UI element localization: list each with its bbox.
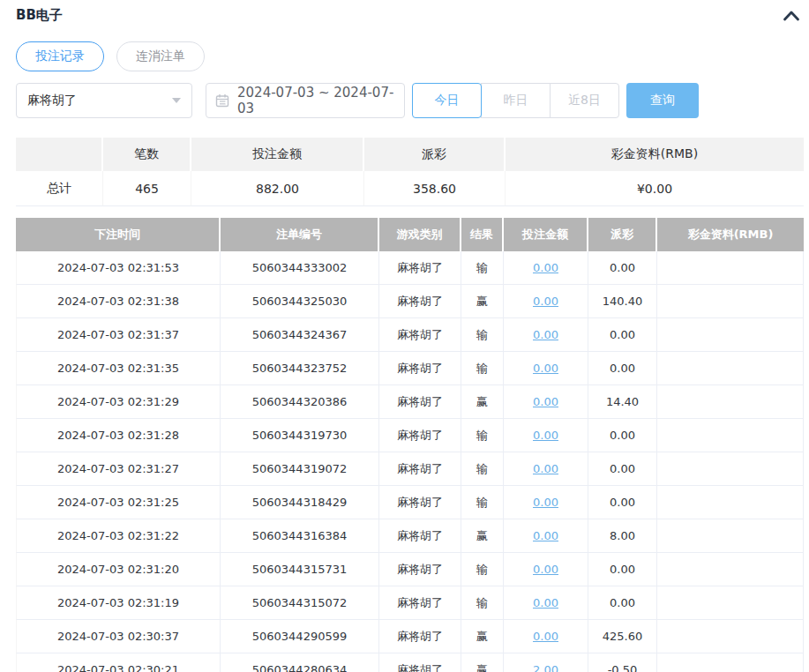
bonus-cell — [657, 486, 804, 519]
bet-time-cell: 2024-07-03 02:31:37 — [16, 318, 221, 352]
order-number-cell: 5060344333002 — [221, 251, 379, 285]
game-type-cell: 麻将胡了 — [379, 486, 461, 519]
result-cell: 输 — [461, 251, 504, 285]
game-type-cell: 麻将胡了 — [379, 318, 461, 352]
bet-amount-link[interactable]: 0.00 — [533, 563, 558, 576]
bet-time-cell: 2024-07-03 02:31:19 — [16, 586, 221, 620]
bet-time-cell: 2024-07-03 02:31:53 — [16, 251, 221, 285]
summary-total-payout: 358.60 — [364, 171, 506, 206]
order-number-cell: 5060344323752 — [221, 352, 379, 385]
result-cell: 输 — [461, 352, 504, 385]
date-range-value: 2024-07-03 ~ 2024-07-03 — [237, 85, 395, 116]
result-cell: 赢 — [461, 385, 504, 419]
bet-amount-cell: 0.00 — [504, 318, 588, 352]
bet-time-cell: 2024-07-03 02:31:28 — [16, 419, 221, 452]
table-row: 2024-07-03 02:31:19 5060344315072 麻将胡了 输… — [16, 586, 804, 620]
bonus-cell — [657, 419, 804, 452]
bet-amount-link[interactable]: 0.00 — [533, 261, 558, 274]
table-row: 2024-07-03 02:30:21 5060344280634 麻将胡了 赢… — [16, 653, 804, 672]
payout-cell: 0.00 — [588, 251, 657, 285]
bonus-cell — [657, 251, 804, 285]
summary-header-bet-amount: 投注金额 — [191, 138, 364, 171]
payout-cell: 140.40 — [588, 285, 657, 318]
summary-table: 笔数 投注金额 派彩 彩金资料(RMB) 总计 465 882.00 358.6… — [16, 138, 804, 206]
date-range-input[interactable]: 2024-07-03 ~ 2024-07-03 — [206, 83, 405, 118]
table-row: 2024-07-03 02:31:22 5060344316384 麻将胡了 赢… — [16, 519, 804, 553]
bet-amount-link[interactable]: 0.00 — [533, 395, 558, 408]
bet-amount-link[interactable]: 0.00 — [533, 328, 558, 341]
result-cell: 赢 — [461, 519, 504, 553]
tab-bar: 投注记录 连消注单 — [16, 41, 804, 71]
tab-cancelled-orders[interactable]: 连消注单 — [116, 41, 205, 71]
chevron-up-icon[interactable] — [783, 10, 800, 21]
game-select[interactable]: 麻将胡了 — [16, 83, 192, 118]
summary-header-count: 笔数 — [103, 138, 191, 171]
result-cell: 输 — [461, 486, 504, 519]
order-number-cell: 5060344290599 — [221, 620, 379, 653]
bonus-cell — [657, 352, 804, 385]
payout-cell: 0.00 — [588, 318, 657, 352]
bet-amount-link[interactable]: 0.00 — [533, 630, 558, 643]
bet-table-body: 2024-07-03 02:31:53 5060344333002 麻将胡了 输… — [16, 251, 804, 672]
result-cell: 赢 — [461, 285, 504, 318]
bet-amount-link[interactable]: 0.00 — [533, 496, 558, 509]
result-cell: 输 — [461, 318, 504, 352]
bet-records-panel: BB电子 投注记录 连消注单 麻将胡了 2024-07-0 — [0, 0, 809, 672]
bet-time-cell: 2024-07-03 02:31:20 — [16, 553, 221, 586]
summary-total-label: 总计 — [16, 171, 103, 206]
bonus-cell — [657, 385, 804, 419]
payout-cell: 0.00 — [588, 486, 657, 519]
bet-amount-cell: 0.00 — [504, 452, 588, 486]
search-button[interactable]: 查询 — [626, 83, 699, 118]
header-bet-time: 下注时间 — [16, 218, 221, 251]
header-bet-amount: 投注金额 — [504, 218, 588, 251]
header-payout: 派彩 — [588, 218, 657, 251]
summary-total-bet-amount: 882.00 — [191, 171, 364, 206]
bet-time-cell: 2024-07-03 02:31:38 — [16, 285, 221, 318]
summary-header-blank — [16, 138, 103, 171]
header-bonus: 彩金资料(RMB) — [657, 218, 804, 251]
tab-bet-records[interactable]: 投注记录 — [16, 41, 104, 71]
summary-total-bonus: ¥0.00 — [506, 171, 804, 206]
game-type-cell: 麻将胡了 — [379, 653, 461, 672]
order-number-cell: 5060344324367 — [221, 318, 379, 352]
game-type-cell: 麻将胡了 — [379, 620, 461, 653]
bet-time-cell: 2024-07-03 02:30:21 — [16, 653, 221, 672]
bet-table: 下注时间 注单编号 游戏类别 结果 投注金额 派彩 彩金资料(RMB) 2024… — [16, 218, 804, 672]
bet-amount-link[interactable]: 0.00 — [533, 596, 558, 609]
order-number-cell: 5060344319072 — [221, 452, 379, 486]
quick-range-yesterday[interactable]: 昨日 — [481, 83, 551, 118]
payout-cell: 8.00 — [588, 519, 657, 553]
order-number-cell: 5060344319730 — [221, 419, 379, 452]
bet-amount-link[interactable]: 0.00 — [533, 295, 558, 308]
order-number-cell: 5060344318429 — [221, 486, 379, 519]
game-type-cell: 麻将胡了 — [379, 285, 461, 318]
game-type-cell: 麻将胡了 — [379, 419, 461, 452]
bet-amount-cell: 0.00 — [504, 352, 588, 385]
bet-amount-cell: 0.00 — [504, 419, 588, 452]
bet-amount-link[interactable]: 0.00 — [533, 529, 558, 542]
bet-amount-link[interactable]: 0.00 — [533, 429, 558, 442]
quick-range-today[interactable]: 今日 — [412, 83, 482, 118]
bet-amount-link[interactable]: 0.00 — [533, 362, 558, 375]
bet-amount-cell: 0.00 — [504, 519, 588, 553]
payout-cell: 14.40 — [588, 385, 657, 419]
bet-amount-link[interactable]: 0.00 — [533, 462, 558, 475]
result-cell: 赢 — [461, 620, 504, 653]
bet-amount-link[interactable]: 2.00 — [533, 663, 558, 672]
bet-time-cell: 2024-07-03 02:30:37 — [16, 620, 221, 653]
order-number-cell: 5060344325030 — [221, 285, 379, 318]
bet-time-cell: 2024-07-03 02:31:27 — [16, 452, 221, 486]
payout-cell: 0.00 — [588, 553, 657, 586]
game-type-cell: 麻将胡了 — [379, 352, 461, 385]
table-row: 2024-07-03 02:31:28 5060344319730 麻将胡了 输… — [16, 419, 804, 452]
quick-range-last8days[interactable]: 近8日 — [550, 83, 619, 118]
header-order-number: 注单编号 — [221, 218, 379, 251]
bet-amount-cell: 0.00 — [504, 385, 588, 419]
table-row: 2024-07-03 02:31:37 5060344324367 麻将胡了 输… — [16, 318, 804, 352]
bonus-cell — [657, 586, 804, 620]
order-number-cell: 5060344316384 — [221, 519, 379, 553]
game-type-cell: 麻将胡了 — [379, 586, 461, 620]
payout-cell: 0.00 — [588, 352, 657, 385]
order-number-cell: 5060344315072 — [221, 586, 379, 620]
